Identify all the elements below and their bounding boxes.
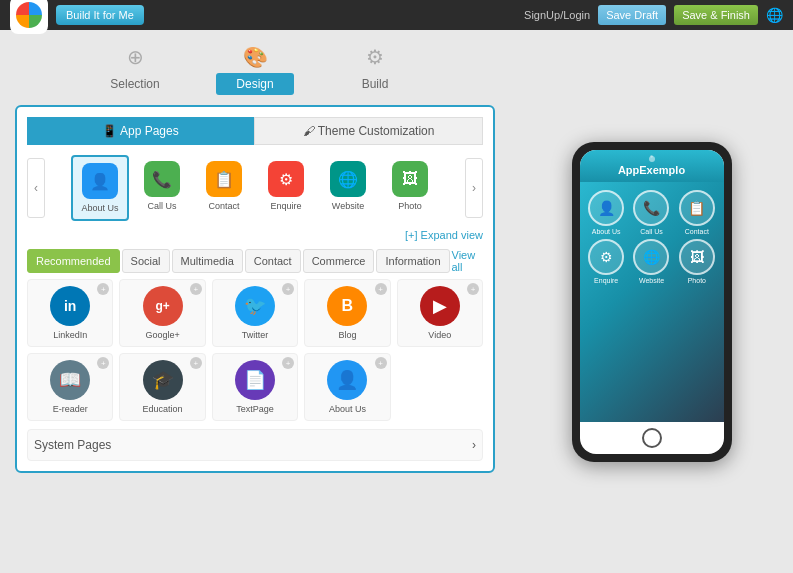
pages-nav-right[interactable]: › <box>465 158 483 218</box>
widget-video[interactable]: + ▶ Video <box>397 279 483 347</box>
system-pages-label: System Pages <box>34 438 111 452</box>
system-pages-chevron: › <box>472 438 476 452</box>
logo-area: Build It for Me <box>10 0 144 34</box>
textpage-label: TextPage <box>236 404 274 414</box>
filter-social[interactable]: Social <box>122 249 170 273</box>
twitter-label: Twitter <box>242 330 269 340</box>
step-design-icon: 🎨 <box>243 45 268 69</box>
left-panel: ⊕ Selection 🎨 Design ⚙ Build 📱 App Pages <box>0 30 510 573</box>
widget-add-icon: + <box>282 357 294 369</box>
filter-recommended[interactable]: Recommended <box>27 249 120 273</box>
education-icon: 🎓 <box>143 360 183 400</box>
phone-app-website[interactable]: 🌐 Website <box>631 239 672 284</box>
system-pages-row[interactable]: System Pages › <box>27 429 483 461</box>
phone-mockup: AppExemplo 👤 About Us 📞 Call Us 📋 Contac… <box>572 142 732 462</box>
education-label: Education <box>143 404 183 414</box>
build-it-for-me-button[interactable]: Build It for Me <box>56 5 144 25</box>
widget-add-icon: + <box>375 283 387 295</box>
widget-textpage[interactable]: + 📄 TextPage <box>212 353 298 421</box>
filter-tabs: Recommended Social Multimedia Contact Co… <box>27 249 483 273</box>
page-item-call-us[interactable]: 📞 Call Us <box>133 155 191 221</box>
phone-app-enquire[interactable]: ⚙ Enquire <box>586 239 627 284</box>
phone-call-us-label: Call Us <box>640 228 663 235</box>
phone-app-about-us[interactable]: 👤 About Us <box>586 190 627 235</box>
step-selection[interactable]: ⊕ Selection <box>75 45 195 95</box>
widget-add-icon: + <box>190 357 202 369</box>
tab-theme-customization[interactable]: 🖌 Theme Customization <box>254 117 483 145</box>
phone-call-us-icon: 📞 <box>633 190 669 226</box>
expand-view-link[interactable]: [+] Expand view <box>27 229 483 241</box>
phone-screen: AppExemplo 👤 About Us 📞 Call Us 📋 Contac… <box>580 150 724 454</box>
topbar: Build It for Me SignUp/Login Save Draft … <box>0 0 793 30</box>
phone-website-icon: 🌐 <box>633 239 669 275</box>
signup-login-link[interactable]: SignUp/Login <box>524 9 590 21</box>
about-us-widget-icon: 👤 <box>327 360 367 400</box>
save-draft-button[interactable]: Save Draft <box>598 5 666 25</box>
linkedin-icon: in <box>50 286 90 326</box>
phone-about-us-label: About Us <box>592 228 621 235</box>
phone-about-us-icon: 👤 <box>588 190 624 226</box>
widget-blog[interactable]: + B Blog <box>304 279 390 347</box>
phone-app-call-us[interactable]: 📞 Call Us <box>631 190 672 235</box>
app-logo <box>10 0 48 34</box>
enquire-icon: ⚙ <box>268 161 304 197</box>
theme-icon: 🖌 <box>303 124 318 138</box>
textpage-icon: 📄 <box>235 360 275 400</box>
step-design[interactable]: 🎨 Design <box>195 45 315 95</box>
step-build-label: Build <box>342 73 409 95</box>
step-build[interactable]: ⚙ Build <box>315 45 435 95</box>
main-tab-row: 📱 App Pages 🖌 Theme Customization <box>27 117 483 145</box>
step-selection-label: Selection <box>90 73 179 95</box>
filter-information[interactable]: Information <box>376 249 449 273</box>
step-design-label: Design <box>216 73 293 95</box>
filter-multimedia[interactable]: Multimedia <box>172 249 243 273</box>
widget-twitter[interactable]: + 🐦 Twitter <box>212 279 298 347</box>
page-item-photo[interactable]: 🖼 Photo <box>381 155 439 221</box>
phone-app-contact[interactable]: 📋 Contact <box>676 190 717 235</box>
filter-commerce[interactable]: Commerce <box>303 249 375 273</box>
call-us-label: Call Us <box>147 201 176 211</box>
widget-add-icon: + <box>97 357 109 369</box>
phone-home-button[interactable] <box>642 428 662 448</box>
widget-google-plus[interactable]: + g+ Google+ <box>119 279 205 347</box>
app-pages-icon: 📱 <box>102 124 120 138</box>
widget-education[interactable]: + 🎓 Education <box>119 353 205 421</box>
app-pages-label: App Pages <box>120 124 179 138</box>
filter-contact[interactable]: Contact <box>245 249 301 273</box>
phone-body: 👤 About Us 📞 Call Us 📋 Contact ⚙ Enquire <box>580 182 724 422</box>
step-tabs: ⊕ Selection 🎨 Design ⚙ Build <box>15 45 495 95</box>
widget-about-us[interactable]: + 👤 About Us <box>304 353 390 421</box>
widget-add-icon: + <box>375 357 387 369</box>
save-finish-button[interactable]: Save & Finish <box>674 5 758 25</box>
step-selection-icon: ⊕ <box>127 45 144 69</box>
website-label: Website <box>332 201 364 211</box>
widget-add-icon: + <box>467 283 479 295</box>
about-us-label: About Us <box>81 203 118 213</box>
widget-linkedin[interactable]: + in LinkedIn <box>27 279 113 347</box>
phone-website-label: Website <box>639 277 664 284</box>
google-plus-label: Google+ <box>145 330 179 340</box>
topbar-right: SignUp/Login Save Draft Save & Finish 🌐 <box>524 5 783 25</box>
main-area: ⊕ Selection 🎨 Design ⚙ Build 📱 App Pages <box>0 30 793 573</box>
twitter-icon: 🐦 <box>235 286 275 326</box>
widget-add-icon: + <box>282 283 294 295</box>
page-item-enquire[interactable]: ⚙ Enquire <box>257 155 315 221</box>
phone-photo-label: Photo <box>688 277 706 284</box>
page-item-website[interactable]: 🌐 Website <box>319 155 377 221</box>
widget-add-icon: + <box>190 283 202 295</box>
phone-photo-icon: 🖼 <box>679 239 715 275</box>
page-item-contact[interactable]: 📋 Contact <box>195 155 253 221</box>
phone-app-photo[interactable]: 🖼 Photo <box>676 239 717 284</box>
widget-ereader[interactable]: + 📖 E-reader <box>27 353 113 421</box>
widget-add-icon: + <box>97 283 109 295</box>
pages-nav-left[interactable]: ‹ <box>27 158 45 218</box>
tab-app-pages[interactable]: 📱 App Pages <box>27 117 254 145</box>
call-us-icon: 📞 <box>144 161 180 197</box>
phone-enquire-label: Enquire <box>594 277 618 284</box>
enquire-label: Enquire <box>270 201 301 211</box>
page-item-about-us[interactable]: 👤 About Us <box>71 155 129 221</box>
about-us-widget-label: About Us <box>329 404 366 414</box>
view-all-link[interactable]: View all <box>452 249 484 273</box>
page-items: 👤 About Us 📞 Call Us 📋 Contact ⚙ Enquire <box>47 155 463 221</box>
language-button[interactable]: 🌐 <box>766 7 783 23</box>
